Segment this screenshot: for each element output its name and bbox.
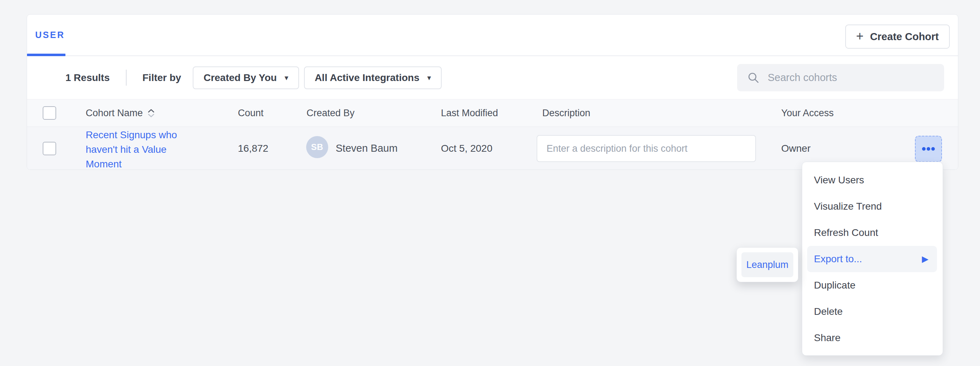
more-options-button[interactable] (915, 136, 942, 162)
column-cohort-name-label: Cohort Name (86, 108, 143, 119)
menu-item-duplicate[interactable]: Duplicate (807, 272, 937, 298)
last-modified-date: Oct 5, 2020 (441, 127, 493, 170)
more-options-icon (927, 147, 930, 151)
column-description: Description (542, 100, 590, 127)
submenu-item-leanplum[interactable]: Leanplum (741, 252, 793, 277)
active-tab-underline (27, 54, 65, 56)
description-input[interactable] (536, 135, 756, 162)
create-cohort-button[interactable]: + Create Cohort (845, 25, 950, 49)
menu-item-visualize-trend[interactable]: Visualize Trend (807, 193, 937, 220)
filter-by-label: Filter by (143, 72, 181, 84)
create-cohort-label: Create Cohort (870, 31, 939, 43)
menu-item-view-users[interactable]: View Users (807, 167, 937, 193)
row-checkbox[interactable] (43, 142, 56, 155)
search-icon (747, 71, 760, 84)
chevron-down-icon: ▾ (427, 74, 431, 81)
chevron-down-icon: ▾ (285, 74, 288, 81)
creator-name: Steven Baum (336, 127, 398, 170)
column-created-by: Created By (307, 100, 355, 127)
more-options-icon (931, 147, 935, 151)
menu-item-export-to-label: Export to... (814, 254, 862, 265)
menu-item-share[interactable]: Share (807, 325, 937, 351)
menu-item-export-to[interactable]: Export to... ▶ (807, 246, 937, 272)
tab-user[interactable]: USER (27, 14, 65, 55)
avatar: SB (306, 136, 328, 158)
cohort-count: 16,872 (238, 127, 269, 170)
table-header: Cohort Name Count Created By Last Modifi… (27, 99, 958, 127)
column-count: Count (238, 100, 264, 127)
results-count: 1 Results (65, 72, 110, 84)
menu-item-delete[interactable]: Delete (807, 298, 937, 325)
plus-icon: + (856, 30, 864, 43)
cohort-name-link[interactable]: Recent Signups who haven't hit a Value M… (86, 128, 192, 170)
submenu-arrow-icon: ▶ (922, 255, 928, 263)
tab-bar: USER + Create Cohort (27, 14, 958, 56)
column-cohort-name[interactable]: Cohort Name (86, 100, 155, 127)
sort-icon[interactable] (147, 109, 155, 117)
row-actions-menu: View Users Visualize Trend Refresh Count… (802, 162, 943, 356)
cohorts-card: USER + Create Cohort 1 Results Filter by… (27, 14, 958, 170)
search-box[interactable] (737, 64, 944, 91)
divider (126, 70, 127, 86)
column-your-access: Your Access (781, 100, 834, 127)
select-all-checkbox[interactable] (43, 106, 56, 120)
filter-bar: 1 Results Filter by Created By You ▾ All… (27, 56, 958, 99)
column-last-modified: Last Modified (441, 100, 498, 127)
search-input[interactable] (768, 64, 944, 91)
tab-user-label: USER (35, 30, 65, 40)
menu-item-refresh-count[interactable]: Refresh Count (807, 220, 937, 246)
created-by-dropdown-label: Created By You (204, 72, 277, 84)
integrations-dropdown-label: All Active Integrations (315, 72, 420, 84)
select-all-cell (43, 100, 56, 127)
more-options-icon (922, 147, 926, 151)
created-by-dropdown[interactable]: Created By You ▾ (193, 67, 299, 89)
export-submenu: Leanplum (737, 247, 798, 282)
row-checkbox-cell (43, 127, 56, 170)
integrations-dropdown[interactable]: All Active Integrations ▾ (304, 67, 442, 89)
